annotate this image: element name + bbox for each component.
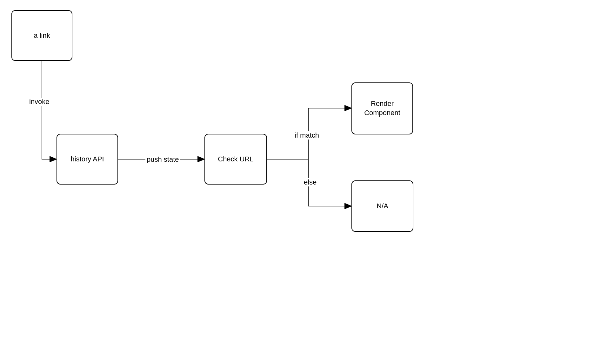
edge-label-invoke: invoke (28, 98, 51, 106)
edge-text: else (304, 178, 317, 186)
node-na: N/A (351, 180, 413, 232)
edge-text: if match (295, 131, 319, 139)
node-render-component: Render Component (351, 82, 413, 134)
node-label: history API (70, 155, 104, 164)
edge-label-else: else (303, 178, 318, 186)
node-history-api: history API (57, 134, 118, 185)
node-check-url: Check URL (204, 134, 267, 185)
node-a-link: a link (11, 10, 72, 61)
node-label: a link (34, 31, 50, 40)
node-label: N/A (377, 202, 388, 211)
node-label: Check URL (218, 155, 253, 164)
edge-label-if-match: if match (293, 131, 320, 140)
node-label: Render Component (364, 99, 400, 117)
edge-text: push state (147, 155, 179, 163)
edge-text: invoke (29, 98, 50, 106)
edge-label-push-state: push state (145, 155, 180, 164)
